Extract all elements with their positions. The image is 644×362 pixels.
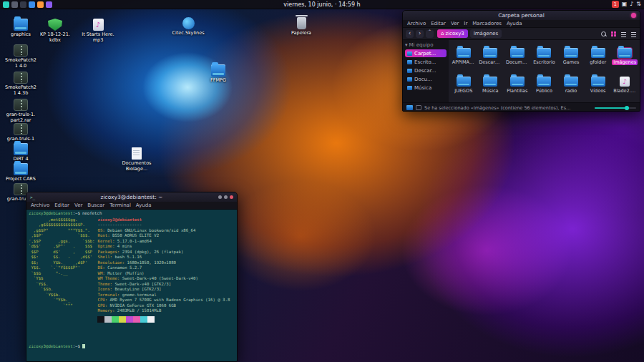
neofetch-separator: ------------------: [97, 222, 230, 228]
grid-view-icon[interactable]: [610, 31, 617, 37]
neofetch-title: zicoxy3@debiantest: [97, 217, 230, 223]
info-value: Mutter (Muffin): [105, 271, 145, 275]
folder-item-label: Documentos: [504, 59, 530, 65]
folder-icon: [591, 77, 605, 87]
new-folder-icon[interactable]: [406, 105, 413, 110]
up-button[interactable]: ˆ: [426, 30, 434, 38]
terminal-launcher-icon[interactable]: [20, 1, 26, 8]
maximize-button[interactable]: [224, 195, 228, 199]
sidebar-item-escrito[interactable]: Escrito...: [405, 58, 447, 66]
sidebar-header: ▾ Mi equipo: [405, 42, 447, 48]
media-launcher-icon[interactable]: [46, 1, 52, 8]
desktop-icon-dirt-4[interactable]: DiRT 4: [4, 143, 37, 162]
menu-ayuda[interactable]: Ayuda: [507, 21, 522, 26]
sidebar-item-carpet[interactable]: Carpet...: [405, 49, 447, 57]
menu-editar[interactable]: Editar: [54, 202, 69, 208]
menu-ayuda[interactable]: Ayuda: [136, 202, 152, 208]
info-label: Theme:: [97, 282, 112, 286]
info-label: Memory:: [97, 308, 114, 313]
desktop-icon-documentos-biolage[interactable]: Documentos Biolage...: [120, 147, 153, 172]
folder-icon: [537, 48, 551, 58]
folder-item-plantillas[interactable]: Plantillas: [504, 71, 531, 99]
neofetch-info-line: GPU: NVIDIA GeForce GTX 1060 6GB: [97, 303, 230, 309]
gpu-tray-icon[interactable]: ▣: [622, 1, 628, 8]
menu-marcadores[interactable]: Marcadores: [472, 21, 502, 26]
folder-item-público[interactable]: Público: [531, 71, 558, 99]
menu-editar[interactable]: Editar: [431, 21, 446, 26]
audio-file-icon: [620, 77, 630, 87]
sidebar-item-label: Docu...: [414, 77, 432, 82]
info-label: Shell:: [97, 255, 112, 259]
sidebar-item-música[interactable]: Música: [405, 84, 447, 92]
breadcrumb-imágenes[interactable]: Imágenes: [470, 29, 502, 38]
files-launcher-icon[interactable]: [29, 1, 35, 8]
desktop-icon-smokepatch21-4-3b[interactable]: SmokePatch21 4.3b: [4, 72, 37, 96]
terminal-window-icon: >_: [30, 195, 35, 200]
show-desktop-icon[interactable]: [11, 1, 18, 8]
hamburger-menu-icon[interactable]: [630, 31, 637, 37]
list-view-icon[interactable]: [620, 31, 627, 37]
desktop-icon-smokepatch21-4-0[interactable]: SmokePatch21 4.0: [4, 44, 37, 69]
menu-archivo[interactable]: Archivo: [31, 202, 49, 208]
menu-buscar[interactable]: Buscar: [87, 202, 104, 208]
desktop-icon-gran-truls-1-part2-rar[interactable]: gran-truls-1. part2.rar: [4, 99, 37, 123]
neofetch-info-line: CPU: AMD Ryzen 7 5700G with Radeon Graph…: [97, 298, 230, 303]
open-terminal-icon[interactable]: [416, 105, 421, 110]
search-icon[interactable]: [600, 31, 607, 37]
forward-button[interactable]: ›: [416, 30, 424, 38]
notification-badge[interactable]: 1: [612, 1, 619, 8]
folder-item-radio[interactable]: radio: [557, 71, 585, 99]
folder-item-documentos[interactable]: Documentos: [504, 42, 531, 71]
menu-ir[interactable]: Ir: [464, 21, 467, 26]
neofetch-info-line: Kernel: 5.17.0-1-amd64: [97, 239, 230, 245]
back-button[interactable]: ‹: [406, 30, 414, 38]
terminal-titlebar[interactable]: >_ zicoxy3@debiantest: ~: [26, 192, 237, 202]
doc-icon: [132, 147, 142, 160]
folder-icon: [407, 52, 412, 56]
folder-item-imágenes[interactable]: Imágenes: [611, 42, 638, 71]
file-manager-titlebar[interactable]: Carpeta personal: [403, 11, 640, 20]
prompt-suffix: :~$: [73, 211, 80, 215]
menu-terminal[interactable]: Terminal: [109, 202, 131, 208]
neofetch-info-line: Shell: bash 5.1.16: [97, 255, 230, 260]
folder-item-vídeos[interactable]: Vídeos: [585, 71, 612, 99]
menu-ver[interactable]: Ver: [74, 202, 82, 208]
neofetch-info-line: Uptime: 4 mins: [97, 244, 230, 250]
desktop-icon-citec-skylines[interactable]: Citec.Skylines: [172, 17, 205, 36]
desktop-icon-kp-18-12-21-kdbx[interactable]: KP 18-12-21. kdbx: [39, 19, 72, 43]
desktop-icon-label: It Starts Here. mp3: [82, 32, 114, 43]
desktop-icon-project-cars[interactable]: Project CARS: [4, 163, 37, 182]
minimize-button[interactable]: [218, 195, 222, 199]
desktop-icon-it-starts-here-mp3[interactable]: It Starts Here. mp3: [82, 19, 114, 43]
sidebar-item-docu[interactable]: Docu...: [405, 75, 447, 83]
close-button[interactable]: [230, 195, 233, 199]
folder-item-appimage[interactable]: APPIMAGE: [450, 42, 477, 71]
menu-ver[interactable]: Ver: [451, 21, 459, 26]
folder-item-escritorio[interactable]: Escritorio: [531, 42, 558, 71]
zoom-slider[interactable]: [595, 107, 636, 109]
folder-item-games[interactable]: Games: [557, 42, 585, 71]
folder-item-juegos[interactable]: JUEGOS: [450, 71, 477, 99]
chevron-down-icon[interactable]: ▾: [405, 42, 408, 48]
folder-item-blade2-mp3[interactable]: Blade2.mp3: [611, 71, 638, 99]
browser-launcher-icon[interactable]: [37, 1, 44, 8]
menu-icon[interactable]: [3, 1, 9, 8]
sidebar-item-descar[interactable]: Descar...: [405, 67, 447, 74]
volume-tray-icon[interactable]: ♪: [630, 1, 633, 8]
desktop-icon-papelera[interactable]: Papelera: [285, 17, 318, 36]
panel-clock[interactable]: viernes, 10 junio, · 14:59 h: [283, 1, 360, 8]
folder-item-música[interactable]: Música: [477, 71, 504, 99]
folder-item-gfolder[interactable]: gfolder: [585, 42, 612, 71]
folder-item-descargas[interactable]: Descargas: [477, 42, 504, 71]
terminal-body[interactable]: zicoxy3@debiantest:~$neofetch _,met$$$$$…: [26, 210, 237, 362]
network-tray-icon[interactable]: ⇅: [636, 1, 641, 8]
desktop-icon-gran-truls-1[interactable]: gran-truls-1: [4, 123, 37, 142]
file-manager-statusbar: Se ha seleccionado «Imágenes» (contiene …: [403, 102, 640, 112]
neofetch-info-line: Terminal: gnome-terminal: [97, 293, 230, 298]
close-button[interactable]: [631, 13, 636, 18]
desktop-icon-graphics[interactable]: graphics: [4, 19, 37, 38]
desktop-icon-ffmpg[interactable]: FFMPG: [202, 64, 235, 84]
menu-archivo[interactable]: Archivo: [407, 21, 426, 26]
folder-icon: [14, 19, 28, 31]
breadcrumb-zicoxy3[interactable]: ⌂zicoxy3: [437, 29, 468, 38]
